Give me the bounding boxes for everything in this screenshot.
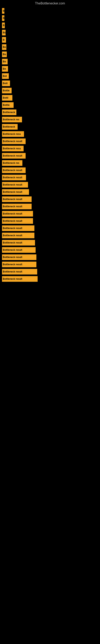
bar-item: Bottleneck bbox=[2, 110, 16, 115]
bar-label: Bottleneck result bbox=[3, 176, 22, 179]
bar-item: Bottleneck result bbox=[2, 262, 36, 267]
bar-item: Bottleneck resu bbox=[2, 131, 24, 137]
bar-label: Bo bbox=[3, 53, 6, 56]
bar-row: Bottleneck result bbox=[2, 196, 100, 202]
bar-row: Bottleneck bbox=[2, 110, 100, 115]
bar-row: Bottleneck result bbox=[2, 254, 100, 260]
bar-item: Bo bbox=[2, 59, 8, 64]
bar-row: Bottleneck result bbox=[2, 240, 100, 246]
bar-row: Bottle bbox=[2, 102, 100, 108]
bar-item: Bottleneck result bbox=[2, 226, 34, 231]
bar-row: Bottleneck resu bbox=[2, 146, 100, 151]
bar-row: Bo bbox=[2, 66, 100, 72]
bar-item: Bottleneck result bbox=[2, 182, 28, 188]
bar-item: Bottleneck result bbox=[2, 196, 32, 202]
bar-row: Bott bbox=[2, 80, 100, 86]
bar-label: Bottleneck result bbox=[3, 278, 22, 280]
bar-item: Bottleneck result bbox=[2, 211, 33, 216]
bar-item: Bott bbox=[2, 80, 10, 86]
bars-container: BBBBoBBoBoBoBoBotBottBottleBottlBottleBo… bbox=[0, 6, 100, 283]
bar-row: Bottleneck result bbox=[2, 168, 100, 173]
bar-row: Bottleneck result bbox=[2, 262, 100, 267]
bar-label: Bo bbox=[3, 31, 6, 34]
bar-row: Bottleneck res bbox=[2, 160, 100, 166]
bar-row: Bottleneck result bbox=[2, 182, 100, 188]
bar-label: Bottleneck result bbox=[3, 154, 22, 157]
bar-row: Bo bbox=[2, 59, 100, 64]
bar-label: Bottleneck result bbox=[3, 263, 22, 266]
bar-row: Bottleneck result bbox=[2, 138, 100, 144]
bar-item: Bottl bbox=[2, 95, 12, 100]
bar-label: B bbox=[3, 10, 4, 12]
bar-item: Bottleneck result bbox=[2, 254, 36, 260]
bar-row: B bbox=[2, 8, 100, 14]
bar-row: Bottleneck res bbox=[2, 117, 100, 122]
bar-label: Bottle bbox=[3, 89, 10, 92]
bar-item: Bottleneck res bbox=[2, 160, 22, 166]
bar-row: Bottleneck bbox=[2, 124, 100, 130]
bar-item: B bbox=[2, 8, 4, 14]
bar-item: Bo bbox=[2, 44, 6, 50]
bar-row: Bottleneck resu bbox=[2, 131, 100, 137]
bar-label: Bottleneck result bbox=[3, 241, 22, 244]
bar-row: Bo bbox=[2, 30, 100, 36]
bar-item: Bottle bbox=[2, 88, 12, 94]
bar-row: Bottleneck result bbox=[2, 189, 100, 195]
bar-row: Bottleneck result bbox=[2, 233, 100, 238]
bar-label: Bo bbox=[3, 60, 6, 63]
bar-item: Bottleneck result bbox=[2, 276, 38, 282]
bar-row: Bo bbox=[2, 52, 100, 57]
bar-label: Bottleneck resu bbox=[3, 132, 21, 136]
bar-row: Bottleneck result bbox=[2, 175, 100, 180]
bar-item: Bottleneck result bbox=[2, 247, 36, 253]
bar-row: Bottleneck result bbox=[2, 204, 100, 209]
bar-label: B bbox=[3, 17, 4, 20]
bar-row: Bottl bbox=[2, 95, 100, 100]
bar-label: Bottleneck result bbox=[3, 234, 22, 237]
bar-row: Bottleneck result bbox=[2, 269, 100, 274]
bar-item: Bottleneck result bbox=[2, 240, 35, 246]
bar-item: B bbox=[2, 22, 5, 28]
bar-item: Bottleneck result bbox=[2, 138, 26, 144]
bar-label: Bottleneck result bbox=[3, 212, 22, 215]
bar-item: Bottleneck result bbox=[2, 168, 26, 173]
bar-item: Bottleneck result bbox=[2, 233, 34, 238]
bar-row: Bottleneck result bbox=[2, 211, 100, 216]
bar-item: Bottleneck result bbox=[2, 175, 26, 180]
bar-row: Bottleneck result bbox=[2, 218, 100, 224]
bar-item: Bottleneck result bbox=[2, 204, 32, 209]
bar-item: Bot bbox=[2, 73, 9, 79]
bar-label: Bottleneck result bbox=[3, 198, 22, 201]
bar-label: B bbox=[3, 38, 4, 41]
bar-label: Bottleneck result bbox=[3, 190, 22, 194]
bar-item: Bottleneck result bbox=[2, 189, 29, 195]
bar-item: Bo bbox=[2, 52, 7, 57]
bar-label: Bottleneck result bbox=[3, 220, 22, 222]
bar-label: Bott bbox=[3, 82, 8, 85]
bar-item: Bottleneck result bbox=[2, 269, 37, 274]
bar-label: Bottleneck result bbox=[3, 227, 22, 230]
bar-item: Bottleneck bbox=[2, 124, 18, 130]
bar-label: Bottleneck res bbox=[3, 162, 19, 164]
bar-row: B bbox=[2, 37, 100, 43]
bar-item: Bo bbox=[2, 66, 8, 72]
bar-row: B bbox=[2, 22, 100, 28]
bar-item: B bbox=[2, 37, 6, 43]
bar-label: Bottleneck res bbox=[3, 118, 19, 121]
bar-row: Bottleneck result bbox=[2, 153, 100, 158]
bar-item: Bottleneck result bbox=[2, 218, 33, 224]
bar-label: Bo bbox=[3, 68, 6, 70]
bar-row: Bo bbox=[2, 44, 100, 50]
bar-label: Bottleneck resu bbox=[3, 147, 21, 150]
bar-item: Bottleneck result bbox=[2, 153, 26, 158]
bar-row: Bottle bbox=[2, 88, 100, 94]
bar-label: Bottleneck bbox=[3, 111, 15, 114]
bar-label: Bottl bbox=[3, 96, 8, 99]
bar-row: Bot bbox=[2, 73, 100, 79]
bar-label: B bbox=[3, 24, 4, 27]
bar-label: Bottleneck result bbox=[3, 183, 22, 186]
bar-item: Bo bbox=[2, 30, 6, 36]
bar-label: Bottleneck result bbox=[3, 270, 22, 273]
bar-row: Bottleneck result bbox=[2, 247, 100, 253]
bar-label: Bottleneck bbox=[3, 126, 15, 128]
